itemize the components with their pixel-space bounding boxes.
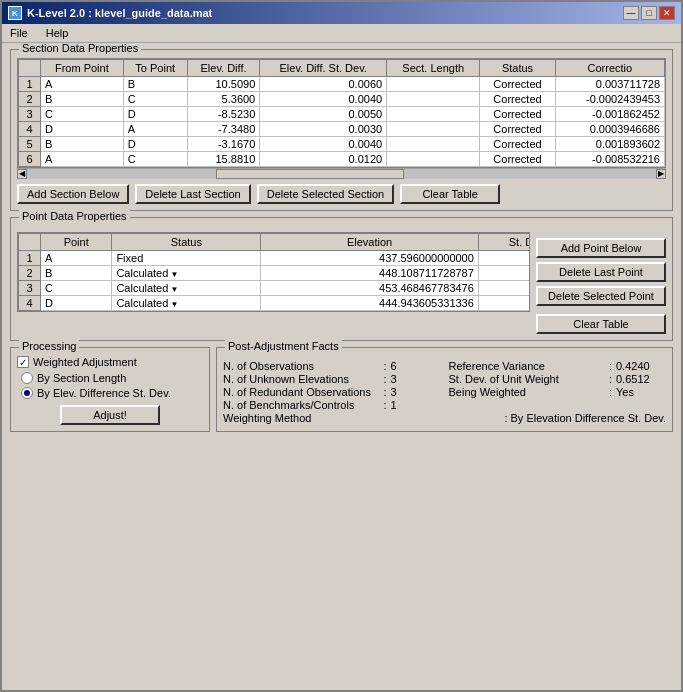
delete-selected-section-button[interactable]: Delete Selected Section	[257, 184, 394, 204]
scroll-right-btn[interactable]: ▶	[656, 169, 666, 179]
correction-cell[interactable]: -0.001862452	[555, 107, 664, 122]
close-button[interactable]: ✕	[659, 6, 675, 20]
sect-len-cell[interactable]	[387, 137, 480, 152]
to-point-cell[interactable]: D	[123, 137, 187, 152]
elev-diff-cell[interactable]: -3.1670	[187, 137, 259, 152]
scroll-thumb[interactable]	[216, 169, 405, 179]
elev-diff-st-cell[interactable]: 0.0120	[260, 152, 387, 167]
clear-section-table-button[interactable]: Clear Table	[400, 184, 500, 204]
delete-last-point-button[interactable]: Delete Last Point	[536, 262, 666, 282]
dropdown-arrow-icon[interactable]: ▼	[168, 270, 178, 279]
point-table-row[interactable]: 3 C Calculated ▼ 453.468467783476 0.0026	[19, 281, 531, 296]
from-point-cell[interactable]: B	[41, 92, 124, 107]
correction-cell[interactable]: 0.003711728	[555, 77, 664, 92]
pt-elevation-cell[interactable]: 448.108711728787	[261, 266, 479, 281]
delete-last-section-button[interactable]: Delete Last Section	[135, 184, 250, 204]
elev-diff-cell[interactable]: 10.5090	[187, 77, 259, 92]
status-cell[interactable]: Corrected	[480, 92, 555, 107]
pt-status-label: Calculated	[116, 282, 168, 294]
fact-weighting-method-spacer	[449, 399, 667, 411]
sect-len-cell[interactable]	[387, 122, 480, 137]
correction-cell[interactable]: -0.0002439453	[555, 92, 664, 107]
to-point-cell[interactable]: A	[123, 122, 187, 137]
dropdown-arrow-icon[interactable]: ▼	[168, 285, 178, 294]
pt-point-cell[interactable]: A	[41, 251, 112, 266]
pt-elevation-cell[interactable]: 453.468467783476	[261, 281, 479, 296]
status-cell[interactable]: Corrected	[480, 77, 555, 92]
by-section-length-radio[interactable]: By Section Length	[21, 372, 203, 384]
scroll-track[interactable]	[27, 169, 656, 179]
elev-diff-st-cell[interactable]: 0.0060	[260, 77, 387, 92]
pt-point-cell[interactable]: B	[41, 266, 112, 281]
section-table-row[interactable]: 5 B D -3.1670 0.0040 Corrected 0.0018936…	[19, 137, 665, 152]
sect-len-cell[interactable]	[387, 107, 480, 122]
pt-status-cell[interactable]: Fixed	[112, 251, 261, 266]
elev-diff-st-cell[interactable]: 0.0030	[260, 122, 387, 137]
point-table-row[interactable]: 4 D Calculated ▼ 444.943605331336 0.0018	[19, 296, 531, 311]
adjust-button[interactable]: Adjust!	[60, 405, 160, 425]
by-section-length-radio-circle[interactable]	[21, 372, 33, 384]
correction-cell[interactable]: -0.008532216	[555, 152, 664, 167]
elev-diff-cell[interactable]: -7.3480	[187, 122, 259, 137]
status-cell[interactable]: Corrected	[480, 107, 555, 122]
pt-elevation-cell[interactable]: 444.943605331336	[261, 296, 479, 311]
elev-diff-st-cell[interactable]: 0.0050	[260, 107, 387, 122]
pt-elevation-cell[interactable]: 437.596000000000	[261, 251, 479, 266]
section-table-row[interactable]: 6 A C 15.8810 0.0120 Corrected -0.008532…	[19, 152, 665, 167]
elev-diff-cell[interactable]: -8.5230	[187, 107, 259, 122]
to-point-cell[interactable]: B	[123, 77, 187, 92]
elev-diff-cell[interactable]: 15.8810	[187, 152, 259, 167]
menu-file[interactable]: File	[6, 26, 32, 40]
point-data-group: Point Data Properties Point Status Eleva…	[10, 217, 673, 341]
pt-stdev-cell[interactable]: 0.0026	[478, 281, 530, 296]
weighted-adjustment-checkbox-item[interactable]: ✓ Weighted Adjustment	[17, 356, 203, 368]
point-table-row[interactable]: 2 B Calculated ▼ 448.108711728787 0.0023	[19, 266, 531, 281]
status-cell[interactable]: Corrected	[480, 137, 555, 152]
status-cell[interactable]: Corrected	[480, 152, 555, 167]
menu-help[interactable]: Help	[42, 26, 73, 40]
to-point-cell[interactable]: C	[123, 92, 187, 107]
elev-diff-cell[interactable]: 5.3600	[187, 92, 259, 107]
pt-stdev-cell[interactable]	[478, 251, 530, 266]
by-elev-diff-radio[interactable]: By Elev. Difference St. Dev.	[21, 387, 203, 399]
elev-diff-st-cell[interactable]: 0.0040	[260, 137, 387, 152]
from-point-cell[interactable]: D	[41, 122, 124, 137]
correction-cell[interactable]: 0.0003946686	[555, 122, 664, 137]
pt-point-cell[interactable]: C	[41, 281, 112, 296]
elev-diff-st-cell[interactable]: 0.0040	[260, 92, 387, 107]
pt-point-cell[interactable]: D	[41, 296, 112, 311]
to-point-cell[interactable]: C	[123, 152, 187, 167]
pt-status-cell[interactable]: Calculated ▼	[112, 296, 261, 311]
add-section-below-button[interactable]: Add Section Below	[17, 184, 129, 204]
point-table-section: Point Status Elevation St. Dev. 1 A Fixe…	[17, 232, 530, 334]
by-elev-diff-radio-circle[interactable]	[21, 387, 33, 399]
pt-stdev-cell[interactable]: 0.0018	[478, 296, 530, 311]
pt-stdev-cell[interactable]: 0.0023	[478, 266, 530, 281]
section-table-row[interactable]: 4 D A -7.3480 0.0030 Corrected 0.0003946…	[19, 122, 665, 137]
sect-len-cell[interactable]	[387, 77, 480, 92]
from-point-cell[interactable]: C	[41, 107, 124, 122]
section-scrollbar[interactable]: ◀ ▶	[17, 168, 666, 178]
pt-status-cell[interactable]: Calculated ▼	[112, 266, 261, 281]
scroll-left-btn[interactable]: ◀	[17, 169, 27, 179]
correction-cell[interactable]: 0.001893602	[555, 137, 664, 152]
to-point-cell[interactable]: D	[123, 107, 187, 122]
from-point-cell[interactable]: B	[41, 137, 124, 152]
from-point-cell[interactable]: A	[41, 77, 124, 92]
point-table-row[interactable]: 1 A Fixed 437.596000000000	[19, 251, 531, 266]
section-table-row[interactable]: 1 A B 10.5090 0.0060 Corrected 0.0037117…	[19, 77, 665, 92]
from-point-cell[interactable]: A	[41, 152, 124, 167]
section-table-row[interactable]: 2 B C 5.3600 0.0040 Corrected -0.0002439…	[19, 92, 665, 107]
sect-len-cell[interactable]	[387, 92, 480, 107]
pt-status-cell[interactable]: Calculated ▼	[112, 281, 261, 296]
minimize-button[interactable]: —	[623, 6, 639, 20]
section-table-row[interactable]: 3 C D -8.5230 0.0050 Corrected -0.001862…	[19, 107, 665, 122]
sect-len-cell[interactable]	[387, 152, 480, 167]
add-point-below-button[interactable]: Add Point Below	[536, 238, 666, 258]
maximize-button[interactable]: □	[641, 6, 657, 20]
status-cell[interactable]: Corrected	[480, 122, 555, 137]
dropdown-arrow-icon[interactable]: ▼	[168, 300, 178, 309]
delete-selected-point-button[interactable]: Delete Selected Point	[536, 286, 666, 306]
weighted-adjustment-checkbox[interactable]: ✓	[17, 356, 29, 368]
clear-point-table-button[interactable]: Clear Table	[536, 314, 666, 334]
